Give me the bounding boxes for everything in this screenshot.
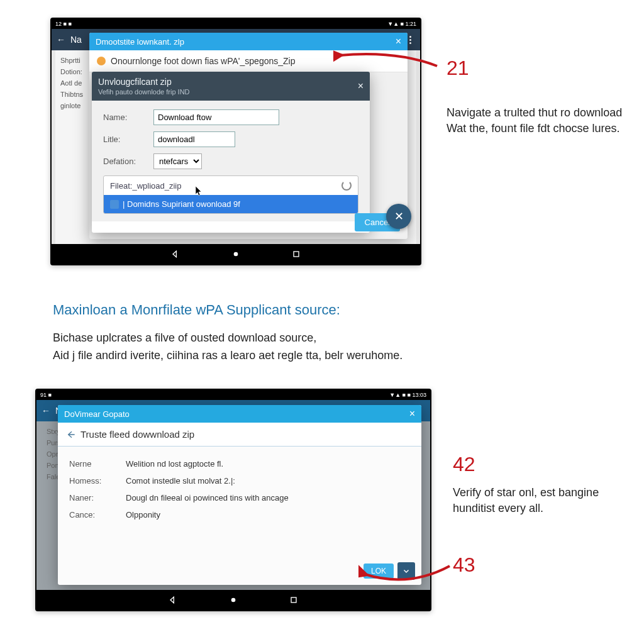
nav-back-icon[interactable] — [168, 595, 178, 605]
status-left: 12 ■ ■ — [55, 21, 72, 27]
back-icon[interactable]: ← — [57, 35, 65, 45]
statusbar-1: 12 ■ ■ ▼▲ ■ 1:21 — [52, 19, 420, 29]
defation-select[interactable]: ntefcars — [153, 153, 202, 169]
refresh-icon[interactable] — [341, 180, 352, 191]
title-input[interactable] — [153, 131, 235, 147]
defation-label: Defation: — [103, 157, 147, 166]
dialog2-title: DoVimear Gopato — [64, 409, 130, 419]
inner-dialog-title: Unvlougcfilcant zip — [98, 77, 172, 87]
table-row: Naner:Dougl dn fileeal oi powinced tins … — [69, 489, 410, 506]
table-row: Cance:Olpponity — [69, 506, 410, 523]
dialog-2: DoVimear Gopato × Truste fleed dowwnload… — [58, 405, 421, 585]
chevron-down-button[interactable] — [397, 562, 415, 580]
dialog2-header: Truste fleed dowwnload zip — [58, 423, 421, 447]
file-item-selected[interactable]: | Domidns Supiriant owonload 9f — [104, 195, 358, 213]
nav-back-icon[interactable] — [170, 249, 180, 259]
svg-point-0 — [234, 252, 238, 257]
dialog2-header-text: Truste fleed dowwnload zip — [80, 429, 194, 440]
status-right: ▼▲ ■ ■ 13:03 — [389, 392, 426, 398]
step-number: 42 — [453, 453, 629, 476]
close-icon[interactable]: × — [358, 81, 364, 91]
file-list: Fileat:_wplioad_ziip | Domidns Supiriant… — [103, 175, 358, 214]
tablet-frame-2: 91 ■ ▼▲ ■ ■ 13:03 ← N Stxy Purs Oprei Po… — [35, 389, 431, 611]
table-row: NerneWelition nd lost agptocte fl. — [69, 455, 410, 472]
file-item[interactable]: Fileat:_wplioad_ziip — [104, 176, 358, 195]
file-item-label: Fileat:_wplioad_ziip — [110, 181, 181, 191]
name-label: Name: — [103, 113, 147, 122]
notice-bar: Onournlonge foot down fias wPA'_spegons_… — [89, 50, 408, 72]
step-text: Navigate a trulted thut ro download Wat … — [447, 105, 623, 136]
svg-rect-1 — [294, 252, 299, 257]
title-label: Litle: — [103, 135, 147, 144]
nav-recent-icon[interactable] — [291, 249, 301, 259]
cursor-icon — [196, 186, 203, 196]
outer-dialog-title: Dmootstite lownkant. zlp — [96, 37, 184, 47]
dialog2-body: NerneWelition nd lost agptocte fl. Homes… — [58, 447, 421, 531]
inner-dialog-body: Name: Litle: Defation: ntefcars — [92, 101, 370, 221]
status-left: 91 ■ — [40, 392, 52, 398]
file-icon — [110, 200, 119, 209]
close-icon[interactable]: × — [409, 409, 415, 419]
android-navbar-1 — [52, 244, 420, 264]
step-text: Verify of star onl, est bangine hunditis… — [453, 485, 629, 516]
warning-bullet-icon — [97, 57, 106, 65]
status-right: ▼▲ ■ 1:21 — [387, 21, 416, 27]
outer-dialog-titlebar: Dmootstite lownkant. zlp × — [89, 33, 408, 50]
svg-point-2 — [231, 598, 236, 602]
inner-dialog: Unvlougcfilcant zip Vefih pauto downlode… — [92, 72, 370, 233]
back-icon[interactable]: ← — [42, 406, 50, 416]
table-row: Homess:Comot instedle slut molvat 2.|: — [69, 472, 410, 489]
back-arrow-icon[interactable] — [65, 430, 75, 440]
svg-rect-3 — [291, 597, 296, 602]
nav-home-icon[interactable] — [231, 249, 241, 259]
android-navbar-2 — [36, 590, 430, 610]
close-icon[interactable]: × — [396, 36, 401, 47]
outer-dialog: Dmootstite lownkant. zlp × Onournlonge f… — [89, 33, 408, 239]
appbar-title: Na — [70, 35, 82, 45]
dialog2-titlebar: DoVimear Gopato × — [58, 405, 421, 423]
section-paragraph: Bichase uplcrates a filve of ousted down… — [53, 330, 543, 365]
inner-dialog-subtitle: Vefih pauto downlode frip IND — [98, 88, 190, 96]
tablet-frame-1: 12 ■ ■ ▼▲ ■ 1:21 ← Na Shprtti Dotion: Ao… — [50, 18, 421, 265]
notice-text: Onournlonge foot down fias wPA'_spegons_… — [111, 56, 296, 66]
section-heading: Maxinloan a Monrfilate wPA Supplicant so… — [53, 302, 543, 318]
name-input[interactable] — [153, 109, 279, 125]
inner-dialog-titlebar: Unvlougcfilcant zip Vefih pauto downlode… — [92, 72, 370, 101]
ok-button[interactable]: LOK — [364, 564, 394, 579]
file-item-label: | Domidns Supiriant owonload 9f — [123, 199, 240, 209]
annotation-step-42: 42 Verify of star onl, est bangine hundi… — [453, 453, 629, 516]
step-number: 21 — [447, 57, 623, 80]
nav-home-icon[interactable] — [228, 595, 238, 605]
close-x-icon: ✕ — [394, 209, 404, 223]
annotation-step-21: 21 Navigate a trulted thut ro download W… — [447, 57, 623, 136]
step-number-43: 43 — [453, 553, 475, 577]
statusbar-2: 91 ■ ▼▲ ■ ■ 13:03 — [36, 390, 430, 400]
dialog2-table: NerneWelition nd lost agptocte fl. Homes… — [69, 455, 410, 523]
chevron-down-icon — [402, 567, 410, 575]
middle-text-block: Maxinloan a Monrfilate wPA Supplicant so… — [53, 302, 543, 365]
fab-close[interactable]: ✕ — [386, 204, 411, 229]
nav-recent-icon[interactable] — [289, 595, 299, 605]
